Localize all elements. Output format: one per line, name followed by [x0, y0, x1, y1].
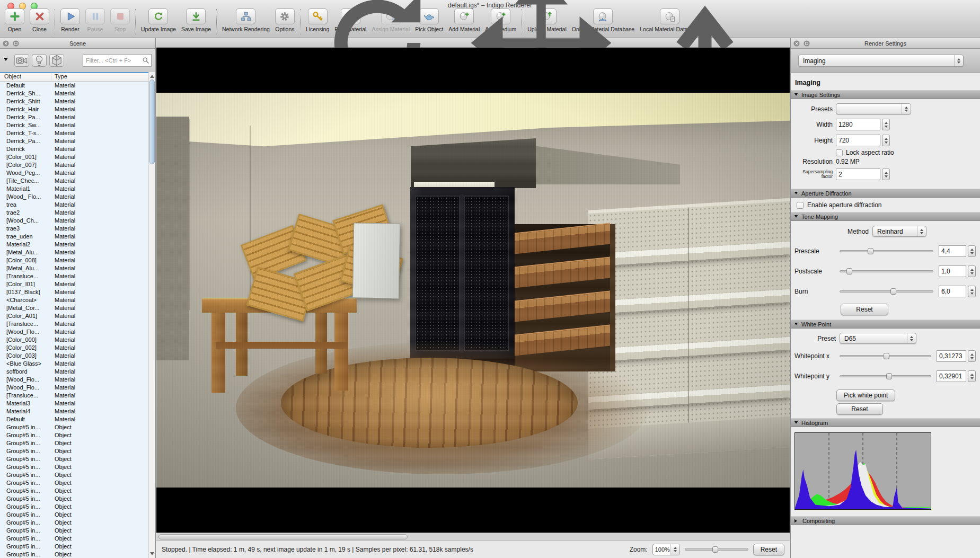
table-row[interactable]: Group#5 in...Object: [0, 479, 149, 487]
postscale-slider[interactable]: [840, 268, 933, 275]
table-row[interactable]: [Metal_Alu...Material: [0, 264, 149, 272]
zoom-reset-button[interactable]: Reset: [753, 544, 784, 555]
table-row[interactable]: Group#5 in...Object: [0, 535, 149, 543]
table-row[interactable]: trae2Material: [0, 209, 149, 217]
slider-thumb[interactable]: [846, 268, 852, 274]
tree-expander-icon[interactable]: [4, 56, 8, 65]
viewport-hscrollbar[interactable]: [156, 533, 790, 541]
table-row[interactable]: [Color_008]Material: [0, 256, 149, 264]
section-tone-mapping[interactable]: Tone Mapping: [791, 212, 980, 221]
table-row[interactable]: Derrick_T-s...Material: [0, 129, 149, 137]
table-row[interactable]: Material4Material: [0, 408, 149, 415]
table-row[interactable]: Group#5 in...Object: [0, 463, 149, 471]
section-histogram[interactable]: Histogram: [791, 418, 980, 427]
table-row[interactable]: DefaultMaterial: [0, 415, 149, 423]
table-row[interactable]: [Tile_Chec...Material: [0, 177, 149, 185]
whitepoint-y-slider[interactable]: [840, 373, 931, 380]
table-row[interactable]: [0137_Black]Material: [0, 288, 149, 296]
presets-dropdown[interactable]: [836, 103, 911, 114]
tone-mapping-reset-button[interactable]: Reset: [841, 304, 888, 315]
table-row[interactable]: Group#5 in...Object: [0, 439, 149, 447]
table-row[interactable]: [Metal_Cor...Material: [0, 304, 149, 312]
network-rendering-button[interactable]: Network Rendering: [222, 8, 270, 32]
table-row[interactable]: Group#5 in...Object: [0, 503, 149, 511]
table-row[interactable]: [Wood_ Flo...Material: [0, 193, 149, 201]
postscale-input[interactable]: [939, 265, 966, 277]
table-row[interactable]: [Color_I01]Material: [0, 280, 149, 288]
burn-slider[interactable]: [840, 288, 933, 295]
table-row[interactable]: [Color_007]Material: [0, 161, 149, 169]
whitepoint-y-input[interactable]: [937, 370, 966, 382]
wp-preset-dropdown[interactable]: D65: [840, 333, 916, 344]
enable-aperture-checkbox[interactable]: [797, 202, 804, 209]
table-row[interactable]: Group#5 in...Object: [0, 487, 149, 495]
width-stepper[interactable]: [882, 119, 890, 130]
slider-thumb[interactable]: [886, 373, 892, 379]
slider-thumb[interactable]: [712, 546, 718, 553]
table-row[interactable]: Group#5 in...Object: [0, 543, 149, 551]
panel-close-icon[interactable]: [793, 40, 800, 47]
lock-aspect-checkbox[interactable]: [836, 149, 843, 156]
table-row[interactable]: Group#5 in...Object: [0, 423, 149, 431]
table-row[interactable]: Material2Material: [0, 241, 149, 249]
model-filter-button[interactable]: [49, 54, 64, 67]
pick-white-point-button[interactable]: Pick white point: [836, 389, 895, 401]
table-row[interactable]: Group#5 in...Object: [0, 431, 149, 439]
table-row[interactable]: [Transluce...Material: [0, 272, 149, 280]
table-row[interactable]: trae_udenMaterial: [0, 233, 149, 241]
spinner-arrows-icon[interactable]: [670, 544, 679, 555]
scrollbar-thumb[interactable]: [149, 79, 155, 164]
table-row[interactable]: [Transluce...Material: [0, 320, 149, 328]
slider-thumb[interactable]: [868, 248, 873, 254]
table-row[interactable]: [Color_001]Material: [0, 153, 149, 161]
table-row[interactable]: Group#5 in...Object: [0, 519, 149, 527]
table-row[interactable]: trae3Material: [0, 225, 149, 233]
whitepoint-x-stepper[interactable]: [968, 350, 976, 362]
table-row[interactable]: Group#5 in...Object: [0, 471, 149, 479]
table-row[interactable]: Derrick_Sh...Material: [0, 90, 149, 98]
white-point-reset-button[interactable]: Reset: [836, 403, 883, 415]
panel-float-icon[interactable]: [803, 40, 810, 47]
table-row[interactable]: [Color_002]Material: [0, 344, 149, 352]
table-row[interactable]: [Metal_Alu...Material: [0, 249, 149, 256]
render-button[interactable]: Render: [60, 8, 80, 32]
light-filter-button[interactable]: [32, 54, 47, 67]
table-row[interactable]: Material1Material: [0, 185, 149, 193]
table-row[interactable]: [Color_A01]Material: [0, 312, 149, 320]
section-white-point[interactable]: White Point: [791, 320, 980, 329]
table-row[interactable]: <Charcoal>Material: [0, 296, 149, 304]
table-row[interactable]: Group#5 in...Object: [0, 551, 149, 558]
table-row[interactable]: <Blue Glass>Material: [0, 360, 149, 368]
postscale-stepper[interactable]: [968, 265, 976, 277]
save-image-button[interactable]: Save Image: [181, 8, 211, 32]
column-header-object[interactable]: Object: [0, 73, 51, 81]
prescale-stepper[interactable]: [968, 245, 976, 257]
table-row[interactable]: Wood_Peg...Material: [0, 169, 149, 177]
table-row[interactable]: Group#5 in...Object: [0, 455, 149, 463]
panel-float-icon[interactable]: [12, 40, 20, 47]
options-button[interactable]: Options: [275, 8, 295, 32]
burn-stepper[interactable]: [968, 286, 976, 297]
burn-input[interactable]: [939, 286, 966, 297]
slider-thumb[interactable]: [890, 288, 896, 295]
width-input[interactable]: [836, 119, 880, 130]
column-header-type[interactable]: Type: [51, 73, 67, 81]
camera-filter-button[interactable]: [14, 54, 29, 67]
table-row[interactable]: [Color_000]Material: [0, 336, 149, 344]
table-row[interactable]: [Wood_Flo...Material: [0, 328, 149, 336]
supersampling-stepper[interactable]: [882, 169, 890, 180]
table-row[interactable]: [Wood_Flo...Material: [0, 376, 149, 384]
table-row[interactable]: treaMaterial: [0, 201, 149, 209]
table-row[interactable]: [Color_003]Material: [0, 352, 149, 360]
close-button[interactable]: Close: [30, 8, 49, 32]
render-canvas[interactable]: [156, 48, 790, 533]
table-row[interactable]: Group#5 in...Object: [0, 511, 149, 519]
table-row[interactable]: [Transluce...Material: [0, 392, 149, 400]
height-input[interactable]: [836, 135, 880, 146]
supersampling-input[interactable]: [836, 169, 880, 180]
update-image-button[interactable]: Update Image: [141, 8, 176, 32]
table-row[interactable]: soffbordMaterial: [0, 368, 149, 376]
scene-list-scrollbar[interactable]: [148, 72, 155, 558]
hscrollbar-thumb[interactable]: [158, 534, 408, 539]
section-aperture-diffraction[interactable]: Aperture Diffraction: [791, 189, 980, 198]
